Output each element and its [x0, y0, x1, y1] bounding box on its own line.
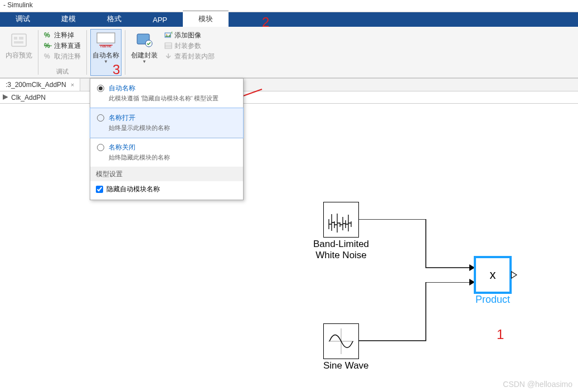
document-tab-label: :3_200mClk_AddPN: [6, 81, 66, 89]
block-icon-product: x: [475, 257, 511, 293]
percent-through-icon: %: [44, 42, 52, 50]
product-symbol: x: [490, 268, 496, 282]
preview-icon: [8, 31, 30, 50]
block-label-product: Product: [475, 294, 511, 306]
band-limited-white-noise-block[interactable]: Band-Limited White Noise: [323, 202, 377, 260]
option-title: 名称打开: [109, 113, 170, 123]
separator: [86, 30, 87, 75]
svg-text:name: name: [100, 43, 112, 49]
comment-through-label: 注释直通: [54, 41, 81, 51]
annotation-3: 3: [113, 62, 120, 78]
content-preview-button[interactable]: 内容预览: [3, 29, 35, 76]
option-desc: 始终隐藏此模块的名称: [109, 153, 170, 162]
tab-app[interactable]: APP: [137, 13, 183, 27]
tab-model[interactable]: 建模: [46, 11, 91, 27]
checkbox-input[interactable]: [96, 186, 103, 193]
radio-unchecked-icon: [97, 114, 104, 122]
comment-out-button[interactable]: % 注释掉: [42, 30, 83, 40]
add-image-icon: +: [164, 31, 172, 39]
product-block[interactable]: x Product: [475, 257, 511, 306]
svg-text:%: %: [44, 52, 50, 60]
tab-debug[interactable]: 调试: [0, 11, 46, 27]
document-tab-row: :3_200mClk_AddPN ×: [0, 78, 578, 91]
dropdown-option-name-off[interactable]: 名称关闭 始终隐藏此模块的名称: [90, 138, 243, 167]
tab-block[interactable]: 模块: [183, 11, 229, 27]
checkbox-label: 隐藏自动模块名称: [106, 185, 160, 194]
sine-wave-block[interactable]: Sine Wave: [323, 323, 369, 371]
signal-line-sine: [359, 282, 476, 343]
uncomment-icon: %: [44, 52, 52, 60]
svg-rect-16: [165, 43, 172, 49]
svg-rect-0: [12, 34, 26, 46]
down-arrow-icon: [164, 52, 172, 60]
comment-through-button[interactable]: % 注释直通: [42, 41, 83, 51]
mask-params-icon: [164, 42, 172, 50]
window-title: - Simulink: [0, 0, 578, 12]
comment-out-label: 注释掉: [54, 31, 74, 40]
debug-group-label: 调试: [42, 67, 83, 76]
ribbon: 内容预览 % 注释掉 % 注释直通 % 取消注释 调试 name 自动名称 ▼ …: [0, 27, 578, 78]
add-image-label: 添加图像: [174, 31, 201, 40]
breadcrumb-row: ⯈ Clk_AddPN: [0, 91, 578, 104]
svg-point-14: [166, 34, 167, 35]
svg-text:+: +: [171, 31, 172, 36]
document-tab[interactable]: :3_200mClk_AddPN ×: [0, 79, 80, 91]
dropdown-option-auto-name[interactable]: 自动名称 此模块遵循 '隐藏自动模块名称' 模型设置: [90, 79, 243, 108]
chevron-down-icon: ▼: [142, 59, 147, 64]
breadcrumb-text[interactable]: Clk_AddPN: [11, 94, 46, 101]
uncomment-button: % 取消注释: [42, 51, 83, 61]
preview-label: 内容预览: [6, 51, 32, 60]
block-icon-sine: [323, 323, 359, 359]
ribbon-tab-strip: 调试 建模 格式 APP 模块: [0, 12, 578, 27]
chevron-down-icon: ▼: [104, 59, 108, 64]
option-desc: 始终显示此模块的名称: [109, 124, 170, 132]
view-mask-inside-label: 查看封装内部: [174, 52, 215, 61]
svg-rect-1: [14, 37, 17, 40]
svg-rect-3: [14, 41, 23, 43]
separator: [38, 30, 38, 75]
mask-params-label: 封装参数: [174, 41, 201, 51]
option-title: 名称关闭: [109, 143, 170, 152]
block-label-blwn: Band-Limited White Noise: [305, 239, 377, 260]
separator: [125, 30, 125, 75]
hide-auto-name-checkbox[interactable]: 隐藏自动模块名称: [90, 181, 243, 200]
dropdown-option-name-on[interactable]: 名称打开 始终显示此模块的名称: [90, 108, 243, 138]
option-title: 自动名称: [109, 84, 218, 93]
add-image-button[interactable]: + 添加图像: [162, 30, 217, 40]
name-field-icon: name: [95, 31, 116, 50]
svg-rect-2: [19, 37, 23, 40]
radio-checked-icon: [97, 85, 104, 92]
model-canvas[interactable]: Band-Limited White Noise Sine Wave x Pro…: [0, 104, 578, 392]
create-mask-button[interactable]: 创建封装 ▼: [129, 29, 160, 76]
close-tab-icon[interactable]: ×: [71, 81, 74, 88]
block-icon-blwn: [323, 202, 359, 238]
percent-icon: %: [44, 31, 52, 39]
breadcrumb-arrow-icon[interactable]: ⯈: [2, 94, 9, 101]
radio-unchecked-icon: [97, 144, 104, 151]
arrow-head-icon: [469, 264, 475, 271]
watermark: CSDN @helloasimo: [503, 380, 572, 389]
view-mask-inside-button: 查看封装内部: [162, 51, 217, 61]
svg-rect-8: [97, 33, 115, 43]
arrow-head-icon: [469, 279, 475, 285]
option-desc: 此模块遵循 '隐藏自动模块名称' 模型设置: [109, 94, 218, 103]
output-port-icon: [511, 271, 517, 279]
dropdown-section-header: 模型设置: [90, 167, 243, 181]
create-mask-icon: [134, 31, 155, 50]
annotation-2: 2: [262, 14, 269, 30]
svg-text:%: %: [44, 31, 50, 39]
annotation-1: 1: [497, 327, 504, 342]
uncomment-label: 取消注释: [54, 52, 81, 61]
block-label-sine: Sine Wave: [323, 360, 369, 371]
mask-params-button: 封装参数: [162, 41, 217, 51]
tab-format[interactable]: 格式: [91, 11, 137, 27]
auto-name-dropdown: 自动名称 此模块遵循 '隐藏自动模块名称' 模型设置 名称打开 始终显示此模块的…: [90, 78, 244, 200]
